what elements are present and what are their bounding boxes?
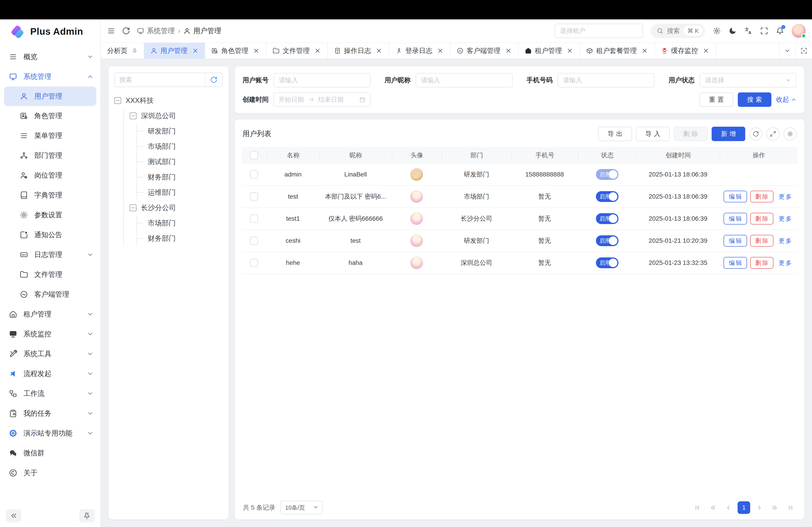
sidebar-item-system-tools[interactable]: 系统工具 (0, 344, 100, 364)
sidebar-item-log-management[interactable]: 日志管理 (0, 245, 100, 265)
sidebar-item-system-management[interactable]: 系统管理 (0, 67, 100, 87)
sidebar-item-param-settings[interactable]: 参数设置 (0, 205, 100, 225)
breadcrumb-item-system[interactable]: 系统管理 (137, 26, 175, 35)
more-button[interactable]: 更多 (777, 213, 794, 225)
sidebar-item-my-tasks[interactable]: 我的任务 (0, 404, 100, 423)
tab-close-button[interactable] (192, 47, 199, 54)
status-toggle[interactable]: 启用 (596, 169, 619, 180)
import-button[interactable]: 导入 (636, 127, 670, 141)
tree-search-input[interactable] (115, 73, 205, 87)
language-button[interactable] (744, 27, 752, 35)
status-toggle[interactable]: 启用 (596, 257, 619, 268)
tab-close-button[interactable] (314, 47, 321, 54)
tab-role-management[interactable]: 角色管理 (205, 43, 266, 59)
tab-client-management[interactable]: 客户端管理 (450, 43, 519, 59)
sidebar-item-workflow[interactable]: 工作流 (0, 383, 100, 404)
sidebar-item-user-management[interactable]: 用户管理 (4, 87, 96, 106)
content-fullscreen-button[interactable] (796, 43, 812, 59)
tab-file-management[interactable]: 文件管理 (266, 43, 328, 59)
prev-page-button[interactable] (722, 501, 735, 514)
tab-close-button[interactable] (376, 47, 382, 54)
current-page-button[interactable]: 1 (738, 501, 750, 514)
table-refresh-button[interactable] (749, 127, 763, 140)
column-header-2[interactable]: 头像 (392, 151, 442, 160)
settings-button[interactable] (713, 27, 721, 35)
column-header-6[interactable]: 创建时间 (636, 151, 720, 160)
tabs-dropdown-button[interactable] (780, 43, 796, 59)
sidebar-item-file-management[interactable]: 文件管理 (0, 265, 100, 284)
tree-node[interactable]: 市场部门 (137, 215, 223, 231)
sidebar-item-dict-management[interactable]: 字典管理 (0, 185, 100, 205)
filter-input[interactable] (557, 73, 655, 88)
tree-node[interactable]: XXX科技 (114, 93, 223, 108)
tree-expander-icon[interactable] (114, 97, 121, 104)
tab-analysis[interactable]: 分析页 (101, 43, 144, 59)
sidebar-item-role-management[interactable]: 角色管理 (0, 106, 100, 126)
row-checkbox[interactable] (250, 193, 258, 201)
sidebar-item-tenant-management[interactable]: 租户管理 (0, 304, 100, 324)
sidebar-item-system-monitor[interactable]: 系统监控 (0, 324, 100, 344)
prev-5-pages-button[interactable] (707, 501, 719, 514)
row-delete-button[interactable]: 删除 (750, 257, 774, 269)
tree-node[interactable]: 市场部门 (137, 139, 223, 154)
status-toggle[interactable]: 启用 (596, 191, 619, 202)
reset-button[interactable]: 重置 (699, 92, 733, 107)
dark-mode-button[interactable] (728, 27, 737, 35)
tree-node[interactable]: 长沙分公司 (124, 200, 223, 215)
row-checkbox[interactable] (250, 170, 258, 179)
notifications-button[interactable] (776, 27, 784, 35)
user-avatar[interactable] (792, 24, 806, 38)
sidebar-item-post-management[interactable]: 岗位管理 (0, 165, 100, 185)
tree-refresh-button[interactable] (205, 73, 222, 87)
edit-button[interactable]: 编辑 (724, 213, 747, 225)
fullscreen-button[interactable] (760, 27, 768, 35)
filter-input[interactable] (274, 73, 371, 88)
tab-tenant-management[interactable]: 租户管理 (519, 43, 580, 59)
refresh-page-button[interactable] (122, 27, 130, 35)
last-page-button[interactable] (784, 501, 796, 514)
sidebar-item-wechat-group[interactable]: 微信群 (0, 443, 100, 463)
row-checkbox[interactable] (250, 237, 258, 245)
edit-button[interactable]: 编辑 (724, 235, 747, 246)
tab-close-button[interactable] (702, 47, 709, 54)
export-button[interactable]: 导出 (598, 127, 632, 141)
tab-close-button[interactable] (253, 47, 260, 54)
collapse-filters-link[interactable]: 收起 (776, 95, 797, 104)
page-size-select[interactable]: 10条/页 (280, 501, 322, 514)
select-all-checkbox[interactable] (250, 151, 258, 160)
filter-select[interactable]: 请选择 (700, 73, 797, 88)
more-button[interactable]: 更多 (777, 257, 794, 269)
delete-button[interactable]: 删除 (674, 127, 707, 141)
table-settings-button[interactable] (784, 127, 797, 140)
sidebar-item-process-start[interactable]: 流程发起 (0, 364, 100, 383)
edit-button[interactable]: 编辑 (724, 191, 747, 202)
row-delete-button[interactable]: 删除 (750, 191, 774, 202)
column-header-7[interactable]: 操作 (720, 151, 798, 160)
tenant-select-input[interactable] (555, 24, 643, 38)
status-toggle[interactable]: 启用 (596, 235, 619, 246)
tab-close-button[interactable] (437, 47, 444, 54)
sidebar-item-demo-features[interactable]: 演示站专用功能 (0, 423, 100, 443)
column-header-1[interactable]: 昵称 (319, 151, 392, 160)
tab-user-management[interactable]: 用户管理 (144, 43, 205, 59)
date-range-picker[interactable]: 开始日期 结束日期 (274, 92, 371, 107)
menu-toggle-button[interactable] (107, 27, 115, 35)
row-delete-button[interactable]: 删除 (750, 235, 774, 246)
column-header-0[interactable]: 名称 (266, 151, 319, 160)
tree-expander-icon[interactable] (130, 205, 136, 211)
tab-close-button[interactable] (641, 47, 648, 54)
more-button[interactable]: 更多 (777, 191, 794, 202)
row-delete-button[interactable]: 删除 (750, 213, 774, 225)
tab-tenant-package[interactable]: 租户套餐管理 (580, 43, 655, 59)
status-toggle[interactable]: 启用 (596, 213, 619, 224)
add-button[interactable]: 新增 (712, 127, 745, 141)
sidebar-collapse-button[interactable] (6, 509, 21, 522)
sidebar-item-menu-management[interactable]: 菜单管理 (0, 126, 100, 146)
sidebar-item-notice[interactable]: 通知公告 (0, 225, 100, 245)
tab-cache-monitor[interactable]: 缓存监控 (655, 43, 716, 59)
sidebar-item-dept-management[interactable]: 部门管理 (0, 146, 100, 165)
row-checkbox[interactable] (250, 259, 258, 267)
more-button[interactable]: 更多 (777, 235, 794, 246)
tab-login-log[interactable]: 登录日志 (389, 43, 450, 59)
tree-node[interactable]: 财务部门 (137, 169, 223, 185)
